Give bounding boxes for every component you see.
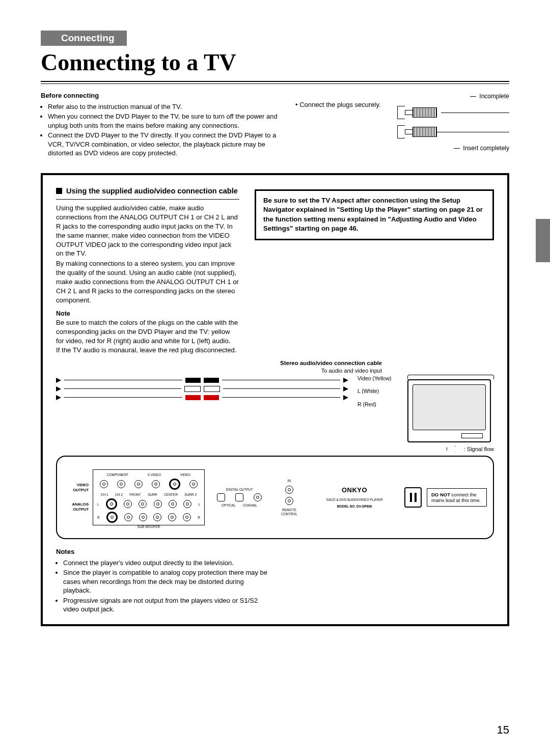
rca-plug-r: [185, 395, 201, 400]
signal-arrow-icon: [447, 446, 461, 452]
note-heading: Note: [56, 310, 239, 318]
to-av-label: To audio and video input: [321, 368, 382, 374]
notes-item: Progressive signals are not output from …: [63, 596, 270, 614]
cable-heading: Stereo audio/video connection cable: [280, 360, 382, 366]
before-bullets: Refer also to the instruction manual of …: [48, 102, 285, 158]
main-box: Using the supplied audio/video connectio…: [41, 173, 509, 626]
side-tab: [536, 219, 550, 262]
notes-item: Connect the player's video output direct…: [63, 558, 270, 568]
before-heading: Before connecting: [41, 91, 285, 100]
secure-plugs: • Connect the plugs securely.: [295, 101, 381, 108]
label-r: R (Red): [358, 401, 398, 409]
notes-list: Connect the player's video output direct…: [63, 558, 270, 614]
title-rule: [41, 81, 509, 84]
section-para1: Using the supplied audio/video cable, ma…: [56, 204, 239, 258]
iec-socket-icon: [404, 487, 422, 508]
aspect-info-box: Be sure to set the TV Aspect after conne…: [255, 189, 494, 240]
before-bullet: When you connect the DVD Player to the T…: [48, 112, 285, 130]
page-title: Connecting to a TV: [41, 49, 509, 77]
page-number: 15: [497, 723, 509, 737]
notes-item: Since the player is compatible to analog…: [63, 568, 270, 595]
before-bullet: Connect the DVD Player to the TV directl…: [48, 131, 285, 158]
incomplete-label: Incomplete: [479, 92, 509, 100]
section-heading: Using the supplied audio/video connectio…: [56, 186, 239, 197]
video-output-label: VIDEO OUTPUT: [63, 483, 89, 493]
rca-plug-l: [184, 386, 201, 392]
tv-illustration: [407, 379, 491, 442]
signal-flow-label: : Signal flow: [464, 445, 494, 453]
mains-warning: DO NOT connect the mains lead at this ti…: [427, 488, 487, 507]
ribbon-connecting: Connecting: [41, 31, 127, 46]
label-video: Video (Yellow): [358, 375, 398, 383]
analog-output-label: ANALOG OUTPUT: [63, 502, 89, 512]
before-bullet: Refer also to the instruction manual of …: [48, 102, 285, 111]
brand-logo: ONKYO: [342, 486, 367, 495]
note-body: Be sure to match the colors of the plugs…: [56, 318, 239, 354]
connection-diagram: Stereo audio/video connection cable To a…: [56, 359, 494, 613]
rca-plug-video: [185, 378, 201, 383]
square-bullet-icon: [56, 188, 62, 194]
section-para2: By making connections to a stereo system…: [56, 259, 239, 304]
rear-panel-illustration: VIDEO OUTPUT ANALOG OUTPUT COMPONENT S V…: [56, 456, 494, 539]
insert-label: Insert completely: [463, 144, 509, 152]
label-l: L (White): [358, 387, 398, 396]
notes-heading: Notes: [56, 547, 270, 556]
